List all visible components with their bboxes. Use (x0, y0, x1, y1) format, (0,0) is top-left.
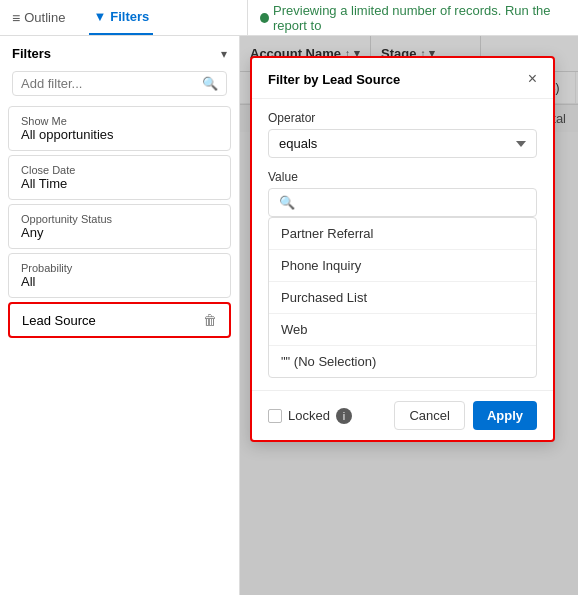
filters-panel: Filters ▾ 🔍 Show Me All opportunities Cl… (0, 36, 240, 595)
modal-footer: Locked i Cancel Apply (252, 390, 553, 440)
info-icon[interactable]: i (336, 408, 352, 424)
right-panel: Account Name ↑ ▾ Stage ↑ ▾ Burlington Te… (240, 36, 578, 595)
outline-lines-icon: ≡ (12, 10, 20, 26)
locked-checkbox[interactable] (268, 409, 282, 423)
tab-outline[interactable]: ≡ Outline (8, 0, 69, 35)
locked-area: Locked i (268, 408, 352, 424)
operator-select[interactable]: equals not equal to less than greater th… (268, 129, 537, 158)
filter-value-show-me: All opportunities (21, 127, 218, 142)
value-search-input[interactable] (301, 195, 526, 210)
modal-overlay: Filter by Lead Source × Operator equals … (240, 36, 578, 595)
locked-label: Locked (288, 408, 330, 423)
filter-item-probability[interactable]: Probability All (8, 253, 231, 298)
operator-section: Operator equals not equal to less than g… (268, 111, 537, 158)
filter-label-show-me: Show Me (21, 115, 218, 127)
preview-bar: Previewing a limited number of records. … (248, 3, 570, 33)
value-search-icon: 🔍 (279, 195, 295, 210)
tab-group: ≡ Outline ▼ Filters (8, 0, 248, 35)
preview-dot-icon (260, 13, 269, 23)
filter-item-lead-source[interactable]: Lead Source 🗑 (8, 302, 231, 338)
outline-tab-label: Outline (24, 10, 65, 25)
apply-button[interactable]: Apply (473, 401, 537, 430)
list-item[interactable]: Purchased List (269, 282, 536, 314)
filter-item-show-me[interactable]: Show Me All opportunities (8, 106, 231, 151)
filter-item-close-date[interactable]: Close Date All Time (8, 155, 231, 200)
top-bar: ≡ Outline ▼ Filters Previewing a limited… (0, 0, 578, 36)
modal-close-button[interactable]: × (528, 70, 537, 88)
footer-buttons: Cancel Apply (394, 401, 537, 430)
search-icon: 🔍 (202, 76, 218, 91)
filters-heading: Filters (12, 46, 51, 61)
filters-header: Filters ▾ (0, 36, 239, 67)
value-search-bar[interactable]: 🔍 (268, 188, 537, 217)
cancel-button[interactable]: Cancel (394, 401, 464, 430)
modal-body: Operator equals not equal to less than g… (252, 99, 553, 390)
list-item[interactable]: Phone Inquiry (269, 250, 536, 282)
filter-label-close-date: Close Date (21, 164, 218, 176)
value-list: Partner Referral Phone Inquiry Purchased… (268, 217, 537, 378)
operator-label: Operator (268, 111, 537, 125)
list-item[interactable]: Web (269, 314, 536, 346)
filter-label-lead-source: Lead Source (22, 313, 96, 328)
modal-header: Filter by Lead Source × (252, 58, 553, 99)
preview-text: Previewing a limited number of records. … (273, 3, 570, 33)
tab-filters[interactable]: ▼ Filters (89, 0, 153, 35)
filter-value-probability: All (21, 274, 218, 289)
modal-title: Filter by Lead Source (268, 72, 400, 87)
filter-search-input[interactable] (21, 76, 196, 91)
filters-tab-label: Filters (110, 9, 149, 24)
value-label: Value (268, 170, 537, 184)
filter-lead-source-modal: Filter by Lead Source × Operator equals … (250, 56, 555, 442)
filter-label-probability: Probability (21, 262, 218, 274)
filter-icon: ▼ (93, 9, 106, 24)
main-content: Filters ▾ 🔍 Show Me All opportunities Cl… (0, 36, 578, 595)
list-item[interactable]: Partner Referral (269, 218, 536, 250)
value-section: Value 🔍 Partner Referral Phone Inquiry P… (268, 170, 537, 378)
filter-value-opp-status: Any (21, 225, 218, 240)
filter-value-close-date: All Time (21, 176, 218, 191)
filter-item-opp-status[interactable]: Opportunity Status Any (8, 204, 231, 249)
list-item[interactable]: "" (No Selection) (269, 346, 536, 377)
filters-dropdown-button[interactable]: ▾ (221, 47, 227, 61)
preview-badge: Previewing a limited number of records. … (260, 3, 570, 33)
filter-search-bar[interactable]: 🔍 (12, 71, 227, 96)
trash-icon[interactable]: 🗑 (203, 312, 217, 328)
filter-label-opp-status: Opportunity Status (21, 213, 218, 225)
